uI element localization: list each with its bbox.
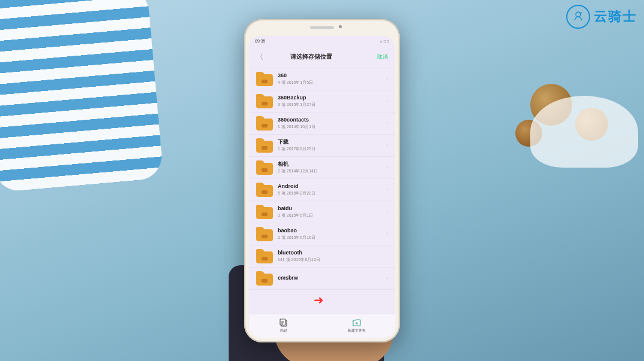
new-folder-icon bbox=[352, 318, 362, 327]
file-info: 360 4 项 2015年1月5日 bbox=[278, 72, 386, 85]
svg-point-0 bbox=[576, 12, 581, 17]
list-item[interactable]: baidu 0 项 2015年5月1日 › bbox=[249, 201, 395, 223]
chevron-right-icon: › bbox=[386, 76, 388, 81]
list-item[interactable]: 360Backup 3 项 2015年1月27日 › bbox=[249, 90, 395, 113]
file-list: 360 4 项 2015年1月5日 › 360Backup 3 项 2015年1… bbox=[249, 68, 395, 314]
white-decoration bbox=[530, 96, 638, 168]
file-name: 360 bbox=[278, 72, 386, 80]
file-info: baobao 2 项 2015年6月16日 bbox=[278, 227, 386, 240]
folder-icon bbox=[256, 249, 273, 263]
file-info: Android 5 项 2015年2月20日 bbox=[278, 183, 386, 196]
paste-icon bbox=[279, 318, 288, 327]
folder-icon bbox=[256, 94, 273, 108]
file-name: 360Backup bbox=[278, 95, 386, 102]
logo: 云骑士 bbox=[566, 5, 637, 29]
folder-icon bbox=[256, 138, 273, 153]
file-name: 相机 bbox=[278, 161, 386, 168]
page-title: 请选择存储位置 bbox=[249, 53, 377, 61]
file-info: 下载 1 项 2017年6月25日 bbox=[278, 139, 386, 151]
file-name: baidu bbox=[278, 205, 386, 213]
file-info: 相机 2 项 2014年12月14日 bbox=[278, 161, 386, 174]
file-info: 360contacts 1 项 2014年10月1日 bbox=[278, 117, 386, 129]
folder-icon bbox=[256, 72, 273, 86]
chevron-right-icon: › bbox=[386, 120, 388, 126]
chevron-right-icon: › bbox=[386, 275, 388, 281]
file-name: Android bbox=[278, 183, 386, 190]
chevron-right-icon: › bbox=[386, 165, 388, 170]
paste-label: 粘贴 bbox=[280, 328, 287, 333]
paste-button[interactable]: 粘贴 bbox=[279, 318, 288, 333]
file-name: bluetooth bbox=[278, 250, 386, 257]
chevron-right-icon: › bbox=[386, 187, 388, 192]
list-item[interactable]: 360contacts 1 项 2014年10月1日 › bbox=[249, 113, 395, 135]
right-decoration bbox=[435, 0, 644, 361]
chevron-right-icon: › bbox=[386, 253, 388, 259]
list-item[interactable]: Android 5 项 2015年2月20日 › bbox=[249, 179, 395, 201]
file-meta: 1 项 2017年6月25日 bbox=[278, 146, 386, 151]
file-meta: 1 项 2014年10月1日 bbox=[278, 124, 386, 129]
folder-icon bbox=[256, 160, 273, 175]
file-meta: 2 项 2014年12月14日 bbox=[278, 168, 386, 174]
cancel-button[interactable]: 取消 bbox=[377, 53, 388, 61]
logo-text: 云骑士 bbox=[594, 8, 637, 26]
file-meta: 0 项 2015年5月1日 bbox=[278, 213, 386, 218]
file-name: baobao bbox=[278, 227, 386, 235]
phone-camera bbox=[339, 25, 342, 28]
chevron-right-icon: › bbox=[386, 231, 388, 236]
chevron-right-icon: › bbox=[386, 209, 388, 214]
red-arrow-indicator: ➜ bbox=[314, 293, 324, 307]
bottom-toolbar: 粘贴 新建文件夹 bbox=[249, 314, 395, 338]
list-item[interactable]: cmsbrw › bbox=[249, 268, 395, 290]
top-bar: 〈 请选择存储位置 取消 bbox=[249, 47, 395, 68]
list-item[interactable]: 360 4 项 2015年1月5日 › bbox=[249, 68, 395, 90]
folder-icon bbox=[256, 205, 273, 219]
phone-speaker bbox=[310, 26, 334, 29]
phone-screen: 09:35 ☆ □ □ 〈 请选择存储位置 取消 bbox=[249, 36, 395, 338]
status-icons: ☆ □ □ bbox=[379, 39, 389, 43]
list-item[interactable]: 下载 1 项 2017年6月25日 › bbox=[249, 135, 395, 157]
chevron-right-icon: › bbox=[386, 98, 388, 104]
file-name: 360contacts bbox=[278, 117, 386, 124]
pillow-decoration bbox=[0, 0, 163, 193]
folder-icon bbox=[256, 183, 273, 197]
file-info: cmsbrw bbox=[278, 275, 386, 282]
folder-icon bbox=[256, 116, 273, 131]
file-meta: 141 项 2015年6月12日 bbox=[278, 257, 386, 262]
status-time: 09:35 bbox=[255, 39, 266, 43]
file-meta: 2 项 2015年6月16日 bbox=[278, 235, 386, 240]
list-item[interactable]: bluetooth 141 项 2015年6月12日 › bbox=[249, 245, 395, 268]
logo-icon bbox=[566, 5, 590, 29]
folder-icon bbox=[256, 227, 273, 241]
folder-icon bbox=[256, 271, 273, 286]
file-name: cmsbrw bbox=[278, 275, 386, 282]
file-meta: 5 项 2015年2月20日 bbox=[278, 190, 386, 196]
new-folder-label: 新建文件夹 bbox=[348, 328, 366, 333]
file-meta: 3 项 2015年1月27日 bbox=[278, 102, 386, 107]
list-item[interactable]: 相机 2 项 2014年12月14日 › bbox=[249, 157, 395, 179]
file-name: 下载 bbox=[278, 139, 386, 146]
status-bar: 09:35 ☆ □ □ bbox=[249, 36, 395, 47]
chevron-right-icon: › bbox=[386, 142, 388, 148]
new-folder-button[interactable]: 新建文件夹 bbox=[348, 318, 366, 333]
list-item[interactable]: baobao 2 项 2015年6月16日 › bbox=[249, 223, 395, 245]
file-meta: 4 项 2015年1月5日 bbox=[278, 80, 386, 85]
file-info: 360Backup 3 项 2015年1月27日 bbox=[278, 95, 386, 107]
file-info: bluetooth 141 项 2015年6月12日 bbox=[278, 250, 386, 262]
file-info: baidu 0 项 2015年5月1日 bbox=[278, 205, 386, 218]
